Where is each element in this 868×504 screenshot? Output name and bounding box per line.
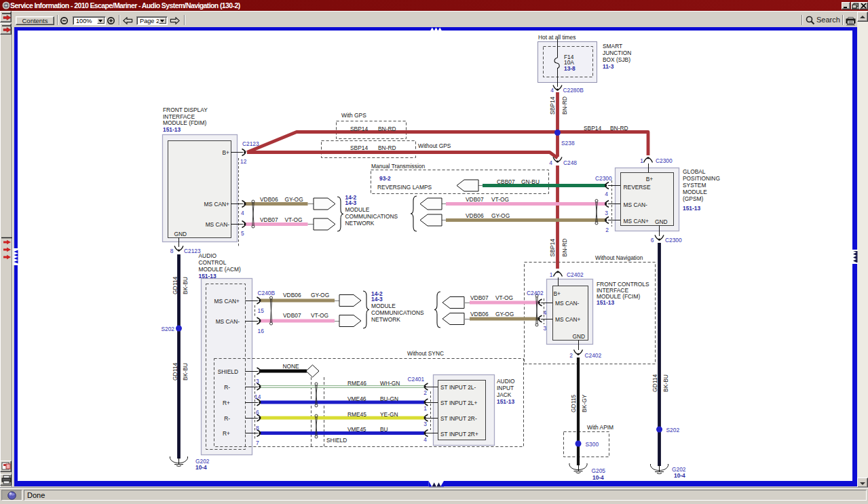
svg-text:MS CAN+: MS CAN+ xyxy=(555,316,581,323)
svg-text:BK-GY: BK-GY xyxy=(581,394,588,412)
svg-text:C2402: C2402 xyxy=(567,271,584,278)
svg-text:C2300: C2300 xyxy=(665,237,682,244)
svg-text:BN-RD: BN-RD xyxy=(378,144,396,151)
svg-text:14-3: 14-3 xyxy=(371,296,383,303)
svg-text:VT-OG: VT-OG xyxy=(285,216,303,223)
svg-text:VDB07: VDB07 xyxy=(260,216,278,223)
svg-text:VDB07: VDB07 xyxy=(466,196,484,203)
svg-text:3: 3 xyxy=(544,325,547,332)
svg-text:MS CAN+: MS CAN+ xyxy=(624,218,649,225)
svg-text:GND: GND xyxy=(174,231,187,237)
svg-text:VDB07: VDB07 xyxy=(283,312,301,319)
svg-text:C2402: C2402 xyxy=(527,290,544,296)
svg-text:NETWORK: NETWORK xyxy=(371,316,400,323)
svg-text:1: 1 xyxy=(550,271,553,278)
svg-text:BU-GN: BU-GN xyxy=(380,395,398,402)
svg-text:GY-OG: GY-OG xyxy=(311,292,329,298)
svg-text:2: 2 xyxy=(569,352,573,359)
svg-text:R+: R+ xyxy=(223,430,230,437)
svg-text:GLOBAL: GLOBAL xyxy=(683,168,706,175)
svg-text:4: 4 xyxy=(544,309,547,316)
svg-text:RME45: RME45 xyxy=(347,411,366,418)
svg-text:Manual Transmission: Manual Transmission xyxy=(371,163,425,170)
svg-text:GD114: GD114 xyxy=(172,276,178,294)
svg-text:FRONT DISPLAY: FRONT DISPLAY xyxy=(163,106,208,113)
svg-text:4: 4 xyxy=(241,210,244,216)
svg-text:ST INPUT 2R-: ST INPUT 2R- xyxy=(440,415,477,422)
svg-text:C2300: C2300 xyxy=(656,157,673,164)
svg-text:ST INPUT 2R+: ST INPUT 2R+ xyxy=(440,431,478,438)
svg-text:NETWORK: NETWORK xyxy=(345,220,375,227)
svg-text:4: 4 xyxy=(549,159,552,166)
svg-text:93-2: 93-2 xyxy=(379,175,391,182)
svg-text:GND: GND xyxy=(655,218,668,225)
svg-text:10-4: 10-4 xyxy=(195,464,207,471)
svg-text:COMMUNICATIONS: COMMUNICATIONS xyxy=(345,213,398,220)
svg-text:2: 2 xyxy=(605,227,609,233)
svg-text:C2401: C2401 xyxy=(408,376,425,383)
svg-text:GND: GND xyxy=(572,333,585,340)
svg-text:BN-RD: BN-RD xyxy=(561,96,568,115)
svg-text:MODULE: MODULE xyxy=(371,303,396,309)
svg-text:MODULE (ACM): MODULE (ACM) xyxy=(199,266,242,273)
svg-text:MODULE: MODULE xyxy=(345,206,370,213)
svg-text:S238: S238 xyxy=(561,140,575,147)
svg-text:BK-BU: BK-BU xyxy=(182,277,189,294)
svg-text:GY-OG: GY-OG xyxy=(285,196,303,203)
svg-text:VDB06: VDB06 xyxy=(283,292,301,298)
svg-text:VME46: VME46 xyxy=(347,395,366,402)
svg-text:10-4: 10-4 xyxy=(674,472,685,479)
svg-text:GY-OG: GY-OG xyxy=(491,212,510,219)
svg-text:With APIM: With APIM xyxy=(587,424,614,431)
svg-text:Without Navigation: Without Navigation xyxy=(595,254,643,261)
svg-text:3: 3 xyxy=(605,210,608,216)
svg-text:S300: S300 xyxy=(586,441,599,448)
svg-text:C2280B: C2280B xyxy=(563,87,584,94)
svg-text:MS CAN+: MS CAN+ xyxy=(214,298,240,305)
svg-text:MS CAN-: MS CAN- xyxy=(624,201,648,208)
svg-text:C2300: C2300 xyxy=(595,175,612,182)
svg-text:15: 15 xyxy=(258,307,265,314)
svg-text:151-13: 151-13 xyxy=(683,205,700,212)
svg-text:C2123: C2123 xyxy=(242,140,259,147)
svg-text:R+: R+ xyxy=(223,400,230,406)
svg-text:AUDIO: AUDIO xyxy=(497,378,515,385)
svg-text:151-13: 151-13 xyxy=(199,273,216,279)
svg-text:NONE: NONE xyxy=(283,363,300,370)
svg-text:1: 1 xyxy=(640,157,643,164)
svg-text:151-13: 151-13 xyxy=(163,126,181,133)
svg-text:SBP14: SBP14 xyxy=(350,125,368,132)
svg-text:1: 1 xyxy=(423,405,427,412)
svg-text:C240B: C240B xyxy=(258,290,276,296)
svg-text:AUDIO: AUDIO xyxy=(199,252,217,259)
svg-text:VDB06: VDB06 xyxy=(470,311,489,317)
svg-text:REVERSING LAMPS: REVERSING LAMPS xyxy=(377,184,432,191)
svg-text:INPUT: INPUT xyxy=(497,385,514,391)
svg-text:GN-BU: GN-BU xyxy=(521,178,540,185)
svg-text:MS CAN+: MS CAN+ xyxy=(204,201,230,208)
svg-text:4: 4 xyxy=(605,191,608,197)
svg-text:SMART: SMART xyxy=(603,43,622,50)
svg-text:VDB07: VDB07 xyxy=(470,294,489,301)
svg-text:REVERSE: REVERSE xyxy=(624,184,651,191)
svg-text:VDB06: VDB06 xyxy=(466,212,484,219)
svg-text:6: 6 xyxy=(256,409,259,416)
svg-text:INTERFACE: INTERFACE xyxy=(163,113,195,120)
svg-text:GY-OG: GY-OG xyxy=(495,311,514,317)
svg-text:VT-OG: VT-OG xyxy=(311,312,328,319)
svg-text:3: 3 xyxy=(423,421,427,427)
svg-text:BN-RD: BN-RD xyxy=(561,239,568,257)
svg-text:CONTROL: CONTROL xyxy=(199,259,227,266)
svg-text:S202: S202 xyxy=(161,326,174,332)
svg-text:4: 4 xyxy=(550,87,554,94)
svg-text:WH-GN: WH-GN xyxy=(380,380,400,387)
svg-text:151-13: 151-13 xyxy=(497,398,514,405)
svg-text:POSITIONING: POSITIONING xyxy=(683,175,720,182)
svg-text:7: 7 xyxy=(256,440,259,446)
svg-text:COMMUNICATIONS: COMMUNICATIONS xyxy=(371,309,424,316)
svg-text:With GPS: With GPS xyxy=(341,112,366,119)
svg-text:MS CAN-: MS CAN- xyxy=(206,221,230,228)
svg-text:8: 8 xyxy=(170,248,174,254)
svg-text:Without SYNC: Without SYNC xyxy=(407,350,444,357)
svg-text:C248: C248 xyxy=(563,159,577,166)
